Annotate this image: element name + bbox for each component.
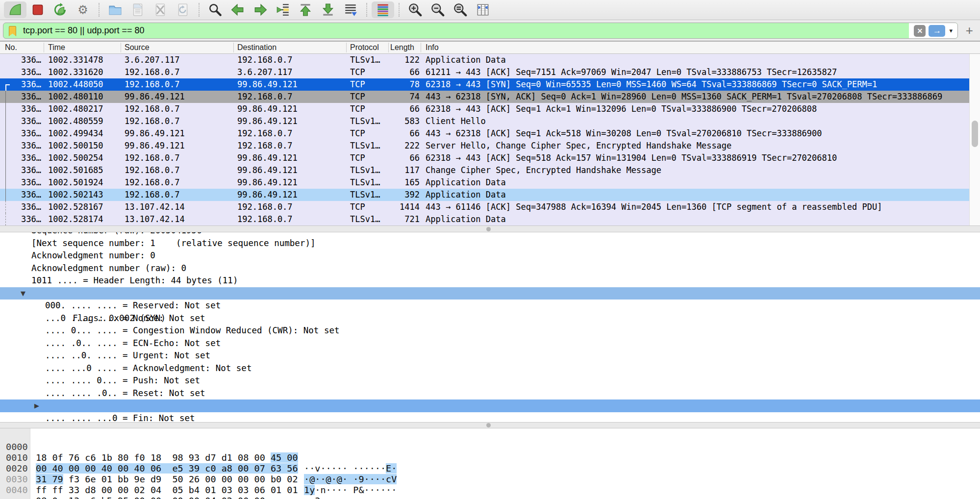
packet-row[interactable]: 336… 1002.501924 192.168.0.7 99.86.49.12… bbox=[0, 176, 980, 189]
save-file-button bbox=[126, 1, 149, 18]
capture-options-button[interactable]: ⚙ bbox=[72, 1, 94, 18]
collapse-triangle-icon[interactable]: ▼ bbox=[21, 287, 25, 300]
filter-toolbar: ✕ → ▾ + bbox=[0, 20, 980, 41]
wireshark-window: ⚙ bbox=[0, 0, 980, 499]
detail-line[interactable]: .... ..0. .... = Urgent: Not set bbox=[0, 349, 980, 362]
gear-icon: ⚙ bbox=[77, 4, 88, 16]
add-filter-button[interactable]: + bbox=[966, 25, 973, 36]
packet-row[interactable]: 336… 1002.499434 99.86.49.121 192.168.0.… bbox=[0, 127, 980, 140]
column-header-protocol[interactable]: Protocol bbox=[350, 43, 379, 52]
packet-bytes-pane: 0000 18 0f 76 c6 1b 80 f0 18 98 93 d7 d1… bbox=[0, 428, 980, 499]
go-to-packet-button[interactable] bbox=[272, 1, 294, 18]
hex-row[interactable]: 0040 08 0a 13 e6 b5 95 00 00 00 00 04 02… bbox=[0, 474, 980, 485]
resize-columns-button[interactable] bbox=[472, 1, 494, 18]
arrow-right-icon bbox=[253, 2, 268, 17]
display-filter-input[interactable] bbox=[22, 23, 777, 38]
open-file-button[interactable] bbox=[104, 1, 126, 18]
packet-row[interactable]: 336… 1002.480559 192.168.0.7 99.86.49.12… bbox=[0, 115, 980, 127]
stop-square-icon bbox=[30, 2, 45, 17]
packet-list: 336… 1002.331478 3.6.207.117 192.168.0.7… bbox=[0, 54, 980, 225]
find-packet-button[interactable] bbox=[204, 1, 226, 18]
packet-row[interactable]: 336… 1002.528174 13.107.42.14 192.168.0.… bbox=[0, 213, 980, 225]
column-divider[interactable] bbox=[388, 43, 389, 52]
go-last-button[interactable] bbox=[317, 1, 339, 18]
hex-row[interactable]: 0000 18 0f 76 c6 1b 80 f0 18 98 93 d7 d1… bbox=[0, 431, 980, 442]
detail-line-flags[interactable]: ▼ Flags: 0x002 (SYN) bbox=[0, 287, 980, 300]
detail-line[interactable]: 1011 .... = Header Length: 44 bytes (11) bbox=[0, 274, 980, 287]
packet-row[interactable]: 336… 1002.331478 3.6.207.117 192.168.0.7… bbox=[0, 54, 980, 66]
hex-ascii: ··3····· ········ bbox=[304, 496, 397, 499]
zoom-in-button[interactable] bbox=[404, 1, 427, 18]
start-capture-button[interactable] bbox=[4, 1, 26, 18]
column-header-no[interactable]: No. bbox=[5, 43, 17, 52]
packet-row[interactable]: 336… 1002.480217 192.168.0.7 99.86.49.12… bbox=[0, 103, 980, 115]
clear-filter-button[interactable]: ✕ bbox=[914, 25, 926, 37]
go-first-button[interactable] bbox=[294, 1, 317, 18]
reload-file-button bbox=[172, 1, 194, 18]
go-forward-button[interactable] bbox=[249, 1, 272, 18]
toolbar-separator bbox=[99, 3, 100, 17]
apply-filter-button[interactable]: → bbox=[929, 25, 945, 37]
packet-row-selected[interactable]: 336… 1002.448050 192.168.0.7 99.86.49.12… bbox=[0, 78, 980, 91]
column-divider[interactable] bbox=[44, 43, 44, 52]
restart-capture-button[interactable] bbox=[49, 1, 72, 18]
column-header-time[interactable]: Time bbox=[48, 43, 65, 52]
zoom-in-icon bbox=[408, 2, 423, 17]
splitter-handle-icon bbox=[486, 423, 491, 427]
detail-line[interactable]: .... .... .0.. = Reset: Not set bbox=[0, 387, 980, 400]
column-divider[interactable] bbox=[421, 43, 421, 52]
packet-list-scrollbar[interactable] bbox=[969, 54, 980, 225]
packet-row-hovered[interactable]: 336… 1002.502143 192.168.0.7 99.86.49.12… bbox=[0, 189, 980, 201]
pane-splitter[interactable] bbox=[0, 422, 980, 428]
auto-scroll-button[interactable] bbox=[339, 1, 362, 18]
hex-row[interactable]: 0010 00 40 00 00 40 00 40 06 e5 39 c0 a8… bbox=[0, 442, 980, 452]
expand-triangle-icon[interactable]: ▶ bbox=[34, 399, 39, 412]
pane-splitter[interactable] bbox=[0, 225, 980, 232]
detail-line[interactable]: 000. .... .... = Reserved: Not set bbox=[0, 299, 980, 312]
colorize-icon bbox=[376, 2, 390, 17]
detail-line[interactable]: .... .0.. .... = ECN-Echo: Not set bbox=[0, 337, 980, 350]
packet-row[interactable]: 336… 1002.331620 192.168.0.7 3.6.207.117… bbox=[0, 66, 980, 78]
zoom-out-button[interactable] bbox=[427, 1, 449, 18]
filter-bookmark-icon[interactable] bbox=[9, 26, 16, 36]
detail-line-syn-selected[interactable]: ▶ .... .... ..1. = Syn: Set bbox=[0, 399, 980, 412]
packet-row[interactable]: 336… 1002.501685 192.168.0.7 99.86.49.12… bbox=[0, 164, 980, 176]
hex-row[interactable]: 0020 31 79 f3 6e 01 bb 9e d9 50 26 00 00… bbox=[0, 452, 980, 463]
packet-row[interactable]: 336… 1002.500254 192.168.0.7 99.86.49.12… bbox=[0, 152, 980, 164]
column-divider[interactable] bbox=[346, 43, 347, 52]
colorize-packets-button[interactable] bbox=[372, 1, 394, 18]
go-back-button[interactable] bbox=[226, 1, 249, 18]
column-header-length[interactable]: Length bbox=[390, 43, 418, 52]
column-divider[interactable] bbox=[233, 43, 234, 52]
packet-row[interactable]: 336… 1002.528167 13.107.42.14 192.168.0.… bbox=[0, 201, 980, 213]
goto-packet-icon bbox=[276, 2, 290, 17]
hex-row[interactable]: 0030 ff ff 33 d8 00 00 02 04 05 b4 01 03… bbox=[0, 463, 980, 474]
save-document-icon bbox=[130, 2, 145, 17]
detail-line[interactable]: [Next sequence number: 1 (relative seque… bbox=[0, 237, 980, 250]
arrow-left-icon bbox=[230, 2, 245, 17]
column-divider[interactable] bbox=[121, 43, 121, 52]
column-header-info[interactable]: Info bbox=[426, 43, 439, 52]
detail-line[interactable]: Sequence number (raw): 2605041956 bbox=[0, 232, 980, 237]
detail-line[interactable]: .... 0... .... = Congestion Window Reduc… bbox=[0, 324, 980, 337]
packet-row[interactable]: 336… 1002.480110 99.86.49.121 192.168.0.… bbox=[0, 91, 980, 103]
toolbar-separator bbox=[366, 3, 367, 17]
detail-line[interactable]: Acknowledgment number: 0 bbox=[0, 250, 980, 262]
detail-line[interactable]: .... ...0 .... = Acknowledgment: Not set bbox=[0, 362, 980, 375]
stop-capture-button[interactable] bbox=[26, 1, 49, 18]
detail-line[interactable]: ...0 .... .... = Nonce: Not set bbox=[0, 312, 980, 325]
reload-document-icon bbox=[176, 2, 190, 17]
column-header-source[interactable]: Source bbox=[125, 43, 150, 52]
toolbar-separator bbox=[399, 3, 400, 17]
packet-row[interactable]: 336… 1002.500150 99.86.49.121 192.168.0.… bbox=[0, 140, 980, 152]
arrow-down-bar-icon bbox=[321, 2, 335, 17]
zoom-reset-button[interactable] bbox=[449, 1, 472, 18]
detail-line[interactable]: Acknowledgment number (raw): 0 bbox=[0, 262, 980, 275]
filter-dropdown-chevron-icon[interactable]: ▾ bbox=[948, 27, 954, 34]
detail-line[interactable]: .... .... ...0 = Fin: Not set bbox=[0, 412, 980, 423]
detail-line[interactable]: .... .... 0... = Push: Not set bbox=[0, 374, 980, 387]
scrollbar-thumb[interactable] bbox=[972, 121, 978, 147]
column-header-destination[interactable]: Destination bbox=[237, 43, 276, 52]
display-filter-field[interactable]: ✕ → ▾ bbox=[3, 23, 958, 39]
filter-field-buttons: ✕ → ▾ bbox=[909, 23, 957, 38]
